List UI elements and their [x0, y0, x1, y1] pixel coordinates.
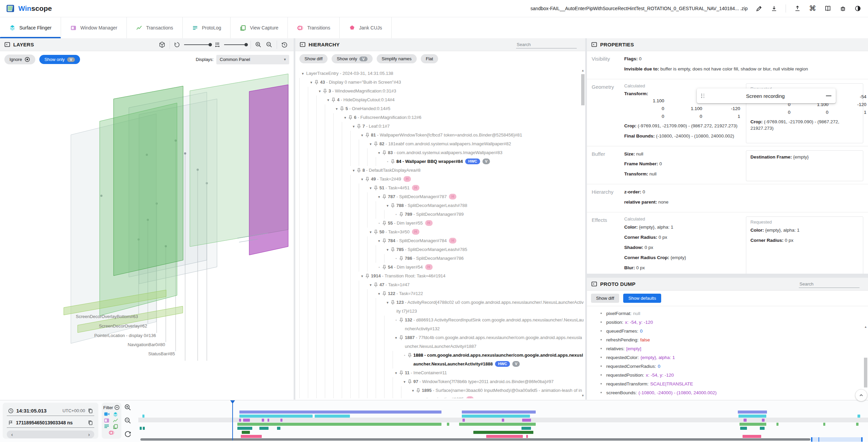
timeline-segment-surface-flinger[interactable]	[239, 415, 313, 418]
surface-flinger-icon[interactable]	[113, 412, 119, 417]
proto-property-row[interactable]: requestedPosition:x: -54, y: -120	[587, 371, 868, 379]
show-only-visible-button[interactable]: Show only V	[332, 54, 372, 63]
pin-icon[interactable]	[382, 221, 386, 226]
collapse-filter-icon[interactable]	[114, 405, 120, 410]
expand-chevron-icon[interactable]: ▾	[376, 148, 382, 157]
expand-chevron-icon[interactable]: ▾	[308, 78, 315, 87]
pin-icon[interactable]	[357, 124, 361, 129]
nanoseconds-field[interactable]: 1711895465013903348 ns	[7, 418, 94, 428]
timeline-cursor[interactable]	[232, 403, 233, 440]
scrollbar-thumb[interactable]	[581, 74, 585, 105]
transitions-icon[interactable]	[109, 430, 114, 435]
pin-icon[interactable]	[399, 371, 403, 376]
pin-icon[interactable]	[366, 177, 369, 182]
timeline-segment-protolog[interactable]	[237, 427, 252, 430]
expand-chevron-icon[interactable]: ▾	[401, 377, 408, 386]
pin-icon[interactable]	[349, 115, 352, 120]
pin-icon[interactable]	[399, 318, 403, 323]
expand-chevron-icon[interactable]: ▾	[367, 184, 374, 192]
proto-property-row[interactable]: pixelFormat:null	[587, 309, 868, 318]
expand-chevron-icon[interactable]: ▾	[359, 131, 366, 140]
tree-node[interactable]: ●789 - SplitDecorManager#789	[299, 210, 585, 219]
scroll-down-icon[interactable]: ▼	[581, 394, 585, 397]
spacing-slider[interactable]	[224, 44, 246, 45]
tree-node[interactable]: ●786 - SplitDecorManager#786	[299, 254, 585, 263]
expand-chevron-icon[interactable]: ▾	[342, 113, 349, 122]
tree-node[interactable]: ●84 - Wallpaper BBQ wrapper#84HWCV	[299, 157, 585, 166]
edit-filename-icon[interactable]	[756, 5, 763, 12]
collapse-panel-icon[interactable]	[591, 281, 597, 287]
tree-node[interactable]: ▾50 - Task=3#50H	[299, 228, 585, 236]
scroll-up-icon[interactable]: ▲	[581, 69, 585, 72]
tab-transitions[interactable]: Transitions	[288, 17, 340, 38]
tab-protolog[interactable]: ProtoLog	[183, 17, 231, 38]
timeline-segment-transitions[interactable]	[486, 435, 523, 438]
layer-rect[interactable]	[78, 306, 183, 333]
copy-icon[interactable]	[88, 420, 93, 425]
window-manager-icon[interactable]	[104, 418, 110, 423]
expand-chevron-icon[interactable]: ▾	[359, 175, 366, 184]
expand-chevron-icon[interactable]: ▾	[384, 201, 391, 210]
proto-property-row[interactable]: requestedTransform:SCALE|TRANSLATE	[587, 379, 868, 388]
proto-property-row[interactable]: relatives:[empty]	[587, 344, 868, 353]
tree-node[interactable]: ▾1914 - Transition Root: Task=46#1914	[299, 272, 585, 280]
timeline-segment-surface-flinger[interactable]	[142, 415, 144, 418]
tab-jank-cujs[interactable]: Jank CUJs	[340, 17, 392, 38]
screen-recording-icon[interactable]	[104, 412, 110, 417]
timeline-segment-view-capture[interactable]	[473, 431, 533, 434]
pin-icon[interactable]	[315, 80, 318, 85]
pin-icon[interactable]	[382, 194, 386, 199]
tree-node[interactable]: ▾787 - SplitDecorManager#787H	[299, 192, 585, 201]
timeline-segment-window-manager[interactable]	[744, 419, 747, 422]
timeline-segment-surface-flinger[interactable]	[738, 415, 766, 418]
expand-chevron-icon[interactable]: ▾	[299, 69, 306, 78]
pin-icon[interactable]	[408, 353, 412, 358]
layer-rect[interactable]	[64, 290, 166, 315]
tree-node[interactable]: ▾81 - WallpaperWindowToken{fcfbcd7 token…	[299, 131, 585, 140]
timeline-segment-transactions[interactable]	[459, 423, 536, 426]
pin-icon[interactable]	[374, 282, 378, 288]
pin-icon[interactable]	[382, 291, 386, 296]
displays-select[interactable]: Common Panel ▾	[216, 55, 289, 64]
pin-icon[interactable]	[374, 186, 378, 191]
expand-chevron-icon[interactable]: ▾	[384, 245, 391, 254]
tree-node[interactable]: ▾3 - WindowedMagnification:0:31#3	[299, 87, 585, 96]
tree-node[interactable]: ▾785 - SplitDecorManagerLeash#785	[299, 245, 585, 254]
pin-icon[interactable]	[382, 265, 386, 270]
minimize-icon[interactable]	[826, 96, 831, 97]
zoom-out-icon[interactable]	[266, 41, 273, 48]
next-entry-button[interactable]: ›	[88, 432, 90, 437]
tree-node[interactable]: ▾1887 - 77fdc4b com.google.android.apps.…	[299, 333, 585, 351]
expand-chevron-icon[interactable]: ▾	[367, 228, 374, 236]
timeline-segment-transactions[interactable]	[447, 423, 449, 426]
timeline-cursor-handle[interactable]	[230, 400, 235, 404]
pin-icon[interactable]	[399, 256, 403, 261]
pin-icon[interactable]	[332, 98, 335, 103]
3d-view-icon[interactable]	[159, 41, 165, 48]
timeline-segment-surface-flinger[interactable]	[857, 415, 860, 418]
proto-property-row[interactable]: queuedFrames:0	[587, 327, 868, 335]
timeline-zoom-out-icon[interactable]	[124, 417, 132, 424]
view-capture-icon[interactable]	[113, 424, 119, 429]
timeline-segment-window-manager[interactable]	[522, 419, 531, 422]
proto-dump-search-input[interactable]	[799, 280, 860, 288]
hierarchy-scrollbar[interactable]: ▲ ▼	[581, 69, 585, 397]
tree-node[interactable]: ▾122 - Task=7#122	[299, 289, 585, 298]
timeline-segment-transactions[interactable]	[856, 423, 859, 426]
timeline-segment-screen-recording[interactable]	[738, 411, 767, 414]
pin-icon[interactable]	[408, 379, 412, 384]
timeline-zoom-window[interactable]	[811, 437, 863, 442]
timeline-segment-protolog[interactable]	[740, 427, 747, 430]
timeline-segment-transitions[interactable]	[743, 435, 761, 438]
flat-button[interactable]: Flat	[421, 54, 438, 63]
pin-icon[interactable]	[340, 106, 344, 111]
keyboard-shortcuts-icon[interactable]: ⌘	[809, 5, 816, 12]
timeline-segment-transactions[interactable]	[776, 423, 778, 426]
tab-window-manager[interactable]: Window Manager	[61, 17, 127, 38]
pin-icon[interactable]	[382, 238, 386, 244]
pin-icon[interactable]	[357, 168, 361, 173]
timeline-segment-protolog[interactable]	[259, 427, 269, 430]
scrollbar-thumb[interactable]	[864, 358, 867, 387]
tree-node[interactable]: ▾11 - ImeContainer#11	[299, 369, 585, 377]
timeline-canvas[interactable]	[140, 400, 868, 442]
